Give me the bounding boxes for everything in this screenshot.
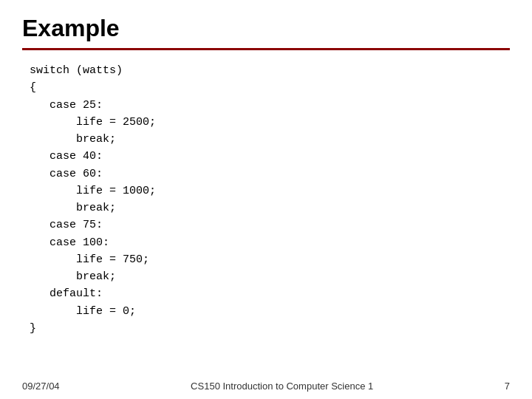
code-line: break; — [30, 200, 510, 216]
footer-page: 7 — [505, 381, 510, 392]
code-line: case 40: — [30, 148, 510, 165]
code-line: case 75: — [30, 216, 510, 233]
code-line: switch (watts) — [30, 62, 510, 79]
code-line: case 25: — [30, 97, 510, 114]
code-line: break; — [30, 131, 510, 148]
code-line: { — [30, 79, 510, 96]
footer-date: 09/27/04 — [22, 381, 60, 392]
slide-container: Example switch (watts){ case 25: life = … — [0, 0, 532, 399]
code-line: default: — [30, 285, 510, 302]
code-block: switch (watts){ case 25: life = 2500; br… — [22, 62, 510, 337]
code-line: } — [30, 320, 510, 337]
code-line: break; — [30, 268, 510, 285]
title-divider — [22, 48, 510, 50]
code-line: life = 2500; — [30, 114, 510, 131]
code-line: life = 0; — [30, 303, 510, 320]
code-line: case 60: — [30, 166, 510, 183]
code-line: case 100: — [30, 234, 510, 251]
slide-title: Example — [22, 15, 510, 42]
footer-course: CS150 Introduction to Computer Science 1 — [191, 381, 373, 392]
code-line: life = 1000; — [30, 183, 510, 200]
footer: 09/27/04 CS150 Introduction to Computer … — [0, 381, 532, 392]
code-line: life = 750; — [30, 251, 510, 268]
